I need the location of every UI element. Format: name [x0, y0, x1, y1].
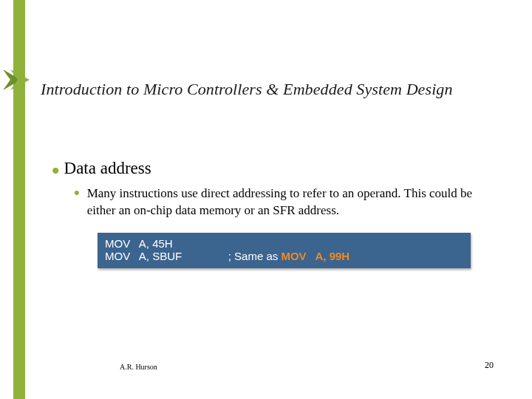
content-area: • Data address • Many instructions use d… [52, 159, 488, 268]
code-line-2-orange: MOV A, 99H [281, 250, 349, 262]
bullet-level-1: • Data address [52, 159, 488, 178]
slide-title: Introduction to Micro Controllers & Embe… [41, 80, 453, 99]
bullet-icon: • [74, 188, 80, 197]
bullet-main-text: Data address [64, 159, 151, 178]
code-line-1: MOV A, 45H [105, 237, 463, 250]
bullet-icon: • [52, 166, 60, 176]
code-line-2-comment: ; Same as [228, 250, 282, 262]
bullet-level-2: • Many instructions use direct addressin… [52, 185, 488, 219]
code-box: MOV A, 45H MOV A, SBUF ; Same as MOV A, … [98, 233, 471, 268]
footer-page-number: 20 [485, 360, 494, 371]
accent-bar [13, 0, 25, 399]
chevron-right-icon [0, 68, 35, 92]
code-line-2: MOV A, SBUF ; Same as MOV A, 99H [105, 250, 463, 262]
footer-author: A.R. Hurson [120, 363, 157, 371]
bullet-sub-text: Many instructions use direct addressing … [87, 185, 488, 219]
code-line-2-instr: MOV A, SBUF [105, 250, 182, 262]
